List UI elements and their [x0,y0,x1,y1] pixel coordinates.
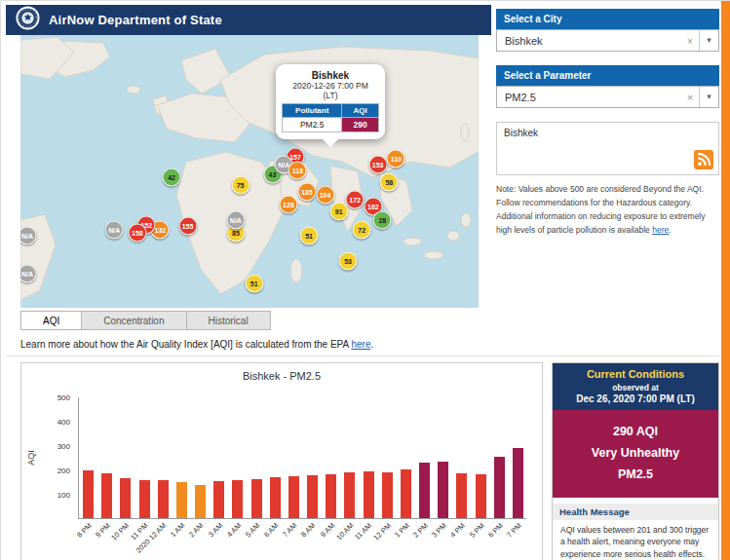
note-here-link[interactable]: here [652,225,669,235]
chart-bar [139,480,150,519]
chart-bar [120,478,131,518]
chart-x-tick-label: 10 PM [110,521,132,542]
chart-bar [195,485,206,518]
popup-datetime: 2020-12-26 7:00 PM [282,81,379,91]
map-aqi-marker[interactable]: 51 [245,274,263,292]
map-aqi-marker[interactable]: 110 [387,150,405,168]
map-aqi-marker[interactable]: 91 [329,202,348,220]
chart-y-ticks: 100200300400500 [47,397,74,519]
dos-seal-icon [16,6,40,34]
section-divider [6,355,719,356]
chart-x-tick-label: 2 PM [411,521,430,540]
chart-x-tick-label: 3 AM [207,521,224,539]
chart-bar [251,479,262,518]
current-aqi-value: 290 AQI [557,422,714,443]
beyond-aqi-note: Note: Values above 500 are considered Be… [496,182,719,237]
chart-x-tick-label: 8 AM [299,521,317,539]
chart-bar [270,477,281,518]
chart-x-tick-label: 4 AM [225,521,243,539]
map-aqi-marker[interactable]: 104 [316,185,334,204]
select-parameter-header: Select a Parameter [496,65,719,86]
map-aqi-marker[interactable]: 155 [178,217,197,236]
chart-plot-area [78,397,526,519]
chart-x-tick-label: 7 PM [505,521,523,540]
tab-concentration[interactable]: Concentration [82,311,186,330]
chart-bar [344,472,355,518]
chart-x-tick-label: 10 AM [334,521,355,541]
page-title: AirNow Department of State [49,13,222,27]
chevron-down-icon[interactable]: ▾ [699,87,718,107]
select-city-header: Select a City [496,9,719,29]
chart-bar [419,463,430,518]
map-aqi-marker[interactable]: 53 [339,252,358,271]
learn-more-suffix: . [370,339,373,350]
chart-bar [456,473,467,519]
current-aqi-box: 290 AQI Very Unhealthy PM2.5 [553,410,718,498]
map-aqi-marker[interactable]: N/A [226,211,245,230]
feed-city-label: Bishkek [504,128,538,138]
chart-bar [158,480,169,518]
map-aqi-marker[interactable]: 58 [380,173,399,192]
current-conditions-header: Current Conditions observed at Dec 26, 2… [553,363,718,410]
chart-x-tick-label: 6 PM [486,521,505,540]
map-aqi-marker[interactable]: 135 [297,183,316,202]
chart-bar [213,481,224,518]
city-select-value: Bishkek [497,35,681,47]
popup-local-time: (LT) [282,91,379,100]
chart-x-tick-label: 4 PM [449,521,468,540]
parameter-select[interactable]: PM2.5 × ▾ [496,86,719,108]
learn-more-line: Learn more about how the Air Quality Ind… [20,339,373,350]
map-popup[interactable]: Bishkek 2020-12-26 7:00 PM (LT) Pollutan… [276,64,385,139]
note-suffix: . [669,225,671,235]
chart-bar [513,448,523,519]
map-aqi-marker[interactable]: 75 [231,176,250,195]
chart-bar [438,462,448,518]
popup-col-aqi: AQI [342,104,379,118]
map-aqi-marker[interactable]: N/A [105,221,124,240]
chart-y-tick-label: 200 [58,467,70,475]
chart-bar [83,470,94,518]
learn-more-text: Learn more about how the Air Quality Ind… [20,339,351,350]
clear-city-icon[interactable]: × [681,35,699,47]
current-conditions-title: Current Conditions [553,368,718,380]
aqi-bar-chart-panel: Bishkek - PM2.5 AQI 100200300400500 8 PM… [20,362,543,560]
chart-bar [101,473,112,519]
map-aqi-marker[interactable]: 28 [373,211,392,230]
tab-historical[interactable]: Historical [187,311,271,330]
chart-bar [476,474,486,518]
map-aqi-marker[interactable]: 172 [346,191,365,209]
map-aqi-marker[interactable]: 113 [288,161,307,179]
chart-x-tick-label: 12 PM [371,521,393,542]
map-aqi-marker[interactable]: 51 [300,226,319,244]
epa-here-link[interactable]: here [351,339,370,350]
chart-y-tick-label: 300 [58,442,70,451]
note-text: Note: Values above 500 are considered Be… [496,184,706,235]
chart-title: Bishkek - PM2.5 [21,370,542,382]
chart-bar [326,474,336,518]
rss-feed-box: Bishkek [496,122,719,175]
chart-bar [232,480,243,518]
parameter-select-value: PM2.5 [497,92,681,103]
current-aqi-category: Very Unhealthy [557,443,714,465]
chart-y-tick-label: 500 [58,393,70,402]
city-select[interactable]: Bishkek × ▾ [496,29,719,52]
world-aqi-map[interactable]: 424375157N/A1131281351041531105817216291… [20,35,479,308]
view-tabs: AQI Concentration Historical [20,311,271,330]
chart-x-tick-label: 6 AM [262,521,280,539]
map-aqi-marker[interactable]: 72 [353,221,371,240]
map-aqi-marker[interactable]: 153 [368,156,387,174]
chevron-down-icon[interactable]: ▾ [699,30,718,51]
world-map-landmass [20,35,479,308]
map-aqi-marker[interactable]: 42 [163,168,181,186]
page-edge-strip [721,1,730,560]
chart-bar [401,469,411,518]
observed-at-label: observed at [553,383,718,392]
map-aqi-marker[interactable]: 158 [128,224,146,243]
tab-aqi[interactable]: AQI [20,311,82,330]
map-aqi-marker[interactable]: 128 [279,195,297,213]
chart-x-ticks: 8 PM9 PM10 PM11 PM2020 12 AM1 AM2 AM3 AM… [78,521,526,560]
chart-x-tick-label: 11 AM [353,521,373,541]
chart-x-tick-label: 5 PM [468,521,486,540]
clear-parameter-icon[interactable]: × [681,92,699,103]
rss-icon[interactable] [694,150,713,169]
